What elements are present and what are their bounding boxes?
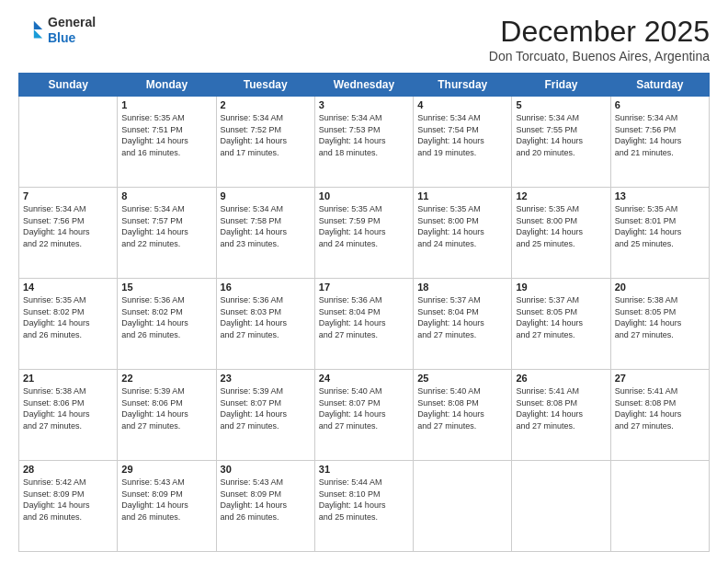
day-info: Sunrise: 5:35 AM Sunset: 7:51 PM Dayligh…: [121, 112, 211, 158]
logo-blue: Blue: [48, 30, 96, 46]
day-info: Sunrise: 5:35 AM Sunset: 8:00 PM Dayligh…: [417, 203, 507, 249]
day-info: Sunrise: 5:35 AM Sunset: 8:02 PM Dayligh…: [23, 294, 113, 340]
day-info: Sunrise: 5:36 AM Sunset: 8:04 PM Dayligh…: [319, 294, 409, 340]
day-info: Sunrise: 5:43 AM Sunset: 8:09 PM Dayligh…: [121, 477, 211, 523]
calendar-cell: 21Sunrise: 5:38 AM Sunset: 8:06 PM Dayli…: [19, 370, 118, 461]
calendar-cell: 1Sunrise: 5:35 AM Sunset: 7:51 PM Daylig…: [118, 97, 216, 188]
day-number: 31: [319, 464, 409, 475]
day-info: Sunrise: 5:34 AM Sunset: 7:52 PM Dayligh…: [221, 112, 311, 158]
calendar-cell: 28Sunrise: 5:42 AM Sunset: 8:09 PM Dayli…: [19, 461, 118, 552]
day-number: 23: [221, 373, 311, 384]
day-number: 17: [319, 282, 409, 293]
svg-marker-1: [34, 29, 42, 38]
location-title: Don Torcuato, Buenos Aires, Argentina: [489, 49, 710, 63]
day-info: Sunrise: 5:37 AM Sunset: 8:05 PM Dayligh…: [516, 294, 606, 340]
day-info: Sunrise: 5:44 AM Sunset: 8:10 PM Dayligh…: [319, 477, 409, 523]
calendar-cell: 2Sunrise: 5:34 AM Sunset: 7:52 PM Daylig…: [216, 97, 314, 188]
calendar-cell: 5Sunrise: 5:34 AM Sunset: 7:55 PM Daylig…: [512, 97, 610, 188]
calendar-header-tuesday: Tuesday: [216, 74, 314, 97]
calendar-cell: 30Sunrise: 5:43 AM Sunset: 8:09 PM Dayli…: [216, 461, 314, 552]
day-number: 6: [615, 99, 705, 110]
day-info: Sunrise: 5:35 AM Sunset: 7:59 PM Dayligh…: [319, 203, 409, 249]
day-info: Sunrise: 5:39 AM Sunset: 8:07 PM Dayligh…: [221, 385, 311, 431]
calendar-cell: 7Sunrise: 5:34 AM Sunset: 7:56 PM Daylig…: [19, 188, 118, 279]
day-number: 16: [221, 282, 311, 293]
calendar-cell: 24Sunrise: 5:40 AM Sunset: 8:07 PM Dayli…: [314, 370, 413, 461]
day-number: 2: [221, 99, 311, 110]
calendar-cell: 29Sunrise: 5:43 AM Sunset: 8:09 PM Dayli…: [118, 461, 216, 552]
day-number: 22: [121, 373, 211, 384]
day-info: Sunrise: 5:34 AM Sunset: 7:57 PM Dayligh…: [121, 203, 211, 249]
calendar-header-sunday: Sunday: [19, 74, 118, 97]
day-number: 1: [121, 99, 211, 110]
calendar-cell: 11Sunrise: 5:35 AM Sunset: 8:00 PM Dayli…: [414, 188, 512, 279]
day-info: Sunrise: 5:35 AM Sunset: 8:01 PM Dayligh…: [615, 203, 705, 249]
calendar-cell: 26Sunrise: 5:41 AM Sunset: 8:08 PM Dayli…: [512, 370, 610, 461]
day-info: Sunrise: 5:40 AM Sunset: 8:08 PM Dayligh…: [417, 385, 507, 431]
day-number: 3: [319, 99, 409, 110]
day-number: 24: [319, 373, 409, 384]
calendar-cell: 15Sunrise: 5:36 AM Sunset: 8:02 PM Dayli…: [118, 279, 216, 370]
day-number: 8: [121, 190, 211, 201]
calendar-cell: 17Sunrise: 5:36 AM Sunset: 8:04 PM Dayli…: [314, 279, 413, 370]
logo: General Blue: [18, 15, 96, 46]
calendar-week-3: 14Sunrise: 5:35 AM Sunset: 8:02 PM Dayli…: [19, 279, 710, 370]
page: General Blue December 2025 Don Torcuato,…: [0, 0, 728, 563]
logo-icon: [18, 17, 44, 43]
logo-general: General: [48, 15, 96, 30]
day-number: 20: [615, 282, 705, 293]
day-number: 30: [221, 464, 311, 475]
day-number: 13: [615, 190, 705, 201]
day-info: Sunrise: 5:34 AM Sunset: 7:54 PM Dayligh…: [417, 112, 507, 158]
day-info: Sunrise: 5:34 AM Sunset: 7:56 PM Dayligh…: [23, 203, 113, 249]
calendar-cell: 23Sunrise: 5:39 AM Sunset: 8:07 PM Dayli…: [216, 370, 314, 461]
logo-text: General Blue: [48, 15, 96, 46]
calendar-cell: 13Sunrise: 5:35 AM Sunset: 8:01 PM Dayli…: [610, 188, 709, 279]
day-info: Sunrise: 5:36 AM Sunset: 8:03 PM Dayligh…: [221, 294, 311, 340]
day-number: 21: [23, 373, 113, 384]
day-info: Sunrise: 5:34 AM Sunset: 7:58 PM Dayligh…: [221, 203, 311, 249]
day-number: 7: [23, 190, 113, 201]
calendar-cell: 9Sunrise: 5:34 AM Sunset: 7:58 PM Daylig…: [216, 188, 314, 279]
calendar-header-row: SundayMondayTuesdayWednesdayThursdayFrid…: [19, 74, 710, 97]
day-number: 10: [319, 190, 409, 201]
calendar-week-5: 28Sunrise: 5:42 AM Sunset: 8:09 PM Dayli…: [19, 461, 710, 552]
calendar-cell: 27Sunrise: 5:41 AM Sunset: 8:08 PM Dayli…: [610, 370, 709, 461]
day-number: 25: [417, 373, 507, 384]
calendar-header-friday: Friday: [512, 74, 610, 97]
calendar-header-monday: Monday: [118, 74, 216, 97]
calendar-header-saturday: Saturday: [610, 74, 709, 97]
day-info: Sunrise: 5:35 AM Sunset: 8:00 PM Dayligh…: [516, 203, 606, 249]
calendar-cell: 31Sunrise: 5:44 AM Sunset: 8:10 PM Dayli…: [314, 461, 413, 552]
header: General Blue December 2025 Don Torcuato,…: [18, 15, 710, 63]
day-info: Sunrise: 5:38 AM Sunset: 8:06 PM Dayligh…: [23, 385, 113, 431]
calendar-header-wednesday: Wednesday: [314, 74, 413, 97]
day-info: Sunrise: 5:39 AM Sunset: 8:06 PM Dayligh…: [121, 385, 211, 431]
calendar-cell: [19, 97, 118, 188]
calendar-cell: [610, 461, 709, 552]
calendar-cell: 4Sunrise: 5:34 AM Sunset: 7:54 PM Daylig…: [414, 97, 512, 188]
calendar-cell: 14Sunrise: 5:35 AM Sunset: 8:02 PM Dayli…: [19, 279, 118, 370]
calendar-header-thursday: Thursday: [414, 74, 512, 97]
calendar-week-4: 21Sunrise: 5:38 AM Sunset: 8:06 PM Dayli…: [19, 370, 710, 461]
calendar-week-1: 1Sunrise: 5:35 AM Sunset: 7:51 PM Daylig…: [19, 97, 710, 188]
calendar-cell: 22Sunrise: 5:39 AM Sunset: 8:06 PM Dayli…: [118, 370, 216, 461]
day-info: Sunrise: 5:42 AM Sunset: 8:09 PM Dayligh…: [23, 477, 113, 523]
day-number: 27: [615, 373, 705, 384]
day-info: Sunrise: 5:37 AM Sunset: 8:04 PM Dayligh…: [417, 294, 507, 340]
day-number: 19: [516, 282, 606, 293]
calendar-cell: 18Sunrise: 5:37 AM Sunset: 8:04 PM Dayli…: [414, 279, 512, 370]
day-number: 14: [23, 282, 113, 293]
day-number: 5: [516, 99, 606, 110]
day-info: Sunrise: 5:34 AM Sunset: 7:53 PM Dayligh…: [319, 112, 409, 158]
month-title: December 2025: [489, 15, 710, 49]
calendar-cell: [414, 461, 512, 552]
svg-marker-0: [34, 21, 42, 29]
day-number: 11: [417, 190, 507, 201]
calendar-cell: 12Sunrise: 5:35 AM Sunset: 8:00 PM Dayli…: [512, 188, 610, 279]
day-number: 29: [121, 464, 211, 475]
calendar-cell: 20Sunrise: 5:38 AM Sunset: 8:05 PM Dayli…: [610, 279, 709, 370]
day-info: Sunrise: 5:38 AM Sunset: 8:05 PM Dayligh…: [615, 294, 705, 340]
day-info: Sunrise: 5:41 AM Sunset: 8:08 PM Dayligh…: [516, 385, 606, 431]
day-number: 28: [23, 464, 113, 475]
